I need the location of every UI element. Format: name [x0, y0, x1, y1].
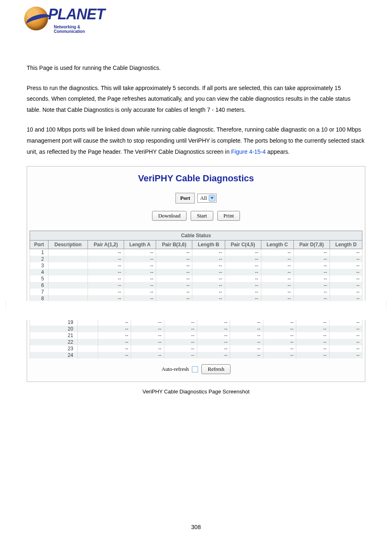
port-label: Port	[175, 193, 195, 204]
figure-caption: VeriPHY Cable Diagnostics Page Screensho…	[27, 388, 365, 395]
print-button[interactable]: Print	[217, 211, 240, 221]
data-cell: --	[293, 289, 330, 295]
port-cell: 24	[30, 352, 78, 358]
data-cell: --	[225, 282, 261, 289]
data-cell: --	[293, 269, 330, 275]
data-cell: --	[98, 352, 131, 358]
refresh-button[interactable]: Refresh	[201, 364, 230, 374]
data-cell: --	[192, 289, 225, 295]
data-cell	[48, 269, 88, 275]
data-cell	[48, 275, 88, 282]
data-cell	[78, 345, 98, 352]
data-cell: --	[261, 269, 293, 275]
data-cell: --	[225, 275, 261, 282]
cable-status-table-continued: 19----------------20----------------21--…	[30, 319, 362, 358]
data-cell: --	[124, 262, 156, 269]
data-cell: --	[192, 269, 225, 275]
data-cell: --	[261, 256, 293, 262]
data-cell: --	[296, 352, 329, 358]
data-cell: --	[197, 319, 230, 326]
data-cell: --	[197, 352, 230, 358]
port-cell: 1	[30, 249, 48, 256]
data-cell: --	[330, 289, 362, 295]
data-cell: --	[329, 352, 362, 358]
chevron-down-icon	[209, 195, 215, 201]
column-header: Length D	[330, 240, 362, 249]
data-cell: --	[124, 249, 156, 256]
data-cell: --	[296, 319, 329, 326]
data-cell: --	[124, 275, 156, 282]
data-cell	[48, 282, 88, 289]
port-cell: 2	[30, 256, 48, 262]
table-row: 5----------------	[30, 275, 362, 282]
table-row: 4----------------	[30, 269, 362, 275]
data-cell	[78, 339, 98, 345]
data-cell: --	[225, 269, 261, 275]
brand-logo: PLANET Networking & Communication	[27, 8, 109, 30]
data-cell	[78, 326, 98, 332]
port-cell: 5	[30, 275, 48, 282]
data-cell: --	[261, 275, 293, 282]
data-cell: --	[329, 339, 362, 345]
data-cell: --	[329, 326, 362, 332]
auto-refresh-checkbox[interactable]	[192, 366, 198, 372]
port-cell: 6	[30, 282, 48, 289]
data-cell	[78, 352, 98, 358]
download-button[interactable]: Download	[152, 211, 187, 221]
data-cell: --	[225, 249, 261, 256]
data-cell: --	[88, 282, 124, 289]
port-cell: 20	[30, 326, 78, 332]
data-cell: --	[156, 256, 192, 262]
table-row: 20----------------	[30, 326, 362, 332]
data-cell: --	[293, 282, 330, 289]
data-cell: --	[225, 289, 261, 295]
data-cell: --	[156, 282, 192, 289]
data-cell: --	[192, 282, 225, 289]
data-cell: --	[192, 256, 225, 262]
data-cell: --	[263, 332, 296, 339]
data-cell: --	[164, 339, 197, 345]
start-button[interactable]: Start	[191, 211, 213, 221]
data-cell: --	[329, 332, 362, 339]
port-select-value: All	[200, 195, 207, 201]
data-cell: --	[330, 275, 362, 282]
data-cell: --	[131, 332, 164, 339]
port-cell: 4	[30, 269, 48, 275]
data-cell: --	[230, 339, 263, 345]
data-cell: --	[330, 249, 362, 256]
column-header: Pair D(7,8)	[293, 240, 330, 249]
figure-link[interactable]: Figure 4-15-4	[231, 148, 266, 155]
data-cell: --	[98, 332, 131, 339]
data-cell: --	[263, 352, 296, 358]
data-cell: --	[230, 352, 263, 358]
data-cell: --	[131, 319, 164, 326]
data-cell: --	[230, 332, 263, 339]
data-cell: --	[263, 319, 296, 326]
port-cell: 23	[30, 345, 78, 352]
data-cell: --	[330, 262, 362, 269]
data-cell: --	[156, 249, 192, 256]
page-number: 308	[0, 524, 392, 530]
data-cell: --	[156, 275, 192, 282]
column-header: Length B	[192, 240, 225, 249]
data-cell: --	[197, 332, 230, 339]
data-cell: --	[192, 275, 225, 282]
column-header: Length A	[124, 240, 156, 249]
data-cell: --	[156, 289, 192, 295]
page-tear	[6, 301, 386, 320]
data-cell: --	[131, 352, 164, 358]
panel-title: VeriPHY Cable Diagnostics	[30, 173, 362, 184]
data-cell: --	[98, 326, 131, 332]
data-cell: --	[261, 249, 293, 256]
data-cell: --	[98, 319, 131, 326]
data-cell: --	[88, 262, 124, 269]
data-cell	[48, 249, 88, 256]
port-select[interactable]: All	[197, 194, 217, 203]
table-row: 3----------------	[30, 262, 362, 269]
data-cell: --	[261, 282, 293, 289]
column-header: Port	[30, 240, 48, 249]
data-cell: --	[296, 345, 329, 352]
data-cell: --	[263, 339, 296, 345]
data-cell: --	[164, 326, 197, 332]
data-cell: --	[164, 352, 197, 358]
